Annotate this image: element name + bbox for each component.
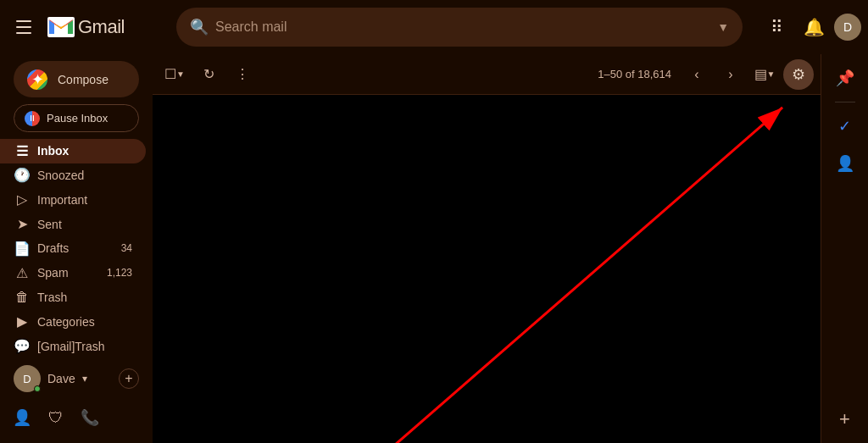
important-icon: ▷ <box>14 191 31 208</box>
tasks-button[interactable]: ✓ <box>828 109 862 143</box>
online-status-dot <box>34 385 41 392</box>
notifications-button[interactable]: 🔔 <box>797 10 831 44</box>
contacts-icon-btn[interactable]: 👤 <box>7 402 37 433</box>
toolbar-right: ‹ › ▤ ▼ ⚙ <box>682 59 814 90</box>
apps-icon: ⠿ <box>771 17 783 37</box>
sidebar-item-sent[interactable]: ➤ Sent <box>0 212 146 236</box>
drafts-icon: 📄 <box>14 241 31 257</box>
gmail-logo-icon <box>47 17 75 37</box>
sidebar-bottom-icons: 👤 🛡 📞 <box>0 399 153 436</box>
list-view-icon: ▤ <box>754 66 767 82</box>
topbar-right: ⠿ 🔔 D <box>760 10 861 44</box>
search-bar[interactable]: 🔍 ▼ <box>176 8 743 47</box>
email-toolbar: ☐ ▼ ↻ ⋮ 1–50 of 18,614 ‹ › ▤ ▼ <box>153 54 821 95</box>
user-expand-icon[interactable]: ▾ <box>82 373 87 385</box>
sidebar-item-trash[interactable]: 🗑 Trash <box>0 285 146 310</box>
pause-label: Pause Inbox <box>47 112 108 125</box>
spam-badge: 1,123 <box>107 267 132 279</box>
trash-icon: 🗑 <box>14 290 31 305</box>
search-icon: 🔍 <box>190 18 209 36</box>
select-all-button[interactable]: ☐ ▼ <box>159 59 190 90</box>
pause-inbox-button[interactable]: ⏸ Pause Inbox <box>14 104 139 132</box>
tasks-icon: ✓ <box>838 117 851 136</box>
more-icon: ⋮ <box>236 66 249 82</box>
more-options-button[interactable]: ⋮ <box>227 59 258 90</box>
plus-icon: + <box>839 408 850 430</box>
contacts-icon: 👤 <box>836 154 854 173</box>
sidebar-item-drafts[interactable]: 📄 Drafts 34 <box>0 236 146 261</box>
annotation-arrow <box>153 95 821 443</box>
gmail-logo: Gmail <box>47 16 125 38</box>
snoozed-label: Snoozed <box>37 169 132 182</box>
person-icon: 👤 <box>13 408 31 427</box>
hamburger-button[interactable] <box>7 10 41 44</box>
categories-label: Categories <box>37 315 132 329</box>
categories-expand-icon: ▶ <box>14 313 31 329</box>
sidebar: ✦ Compose ⏸ Pause Inbox ☰ Inbox 🕐 Snooze… <box>0 54 153 443</box>
gmail-logo-text: Gmail <box>78 16 125 38</box>
compose-plus-icon: ✦ <box>27 69 47 90</box>
user-name: Dave <box>47 372 75 385</box>
sidebar-item-gmail-trash[interactable]: 💬 [Gmail]Trash <box>0 334 146 358</box>
trash-label: Trash <box>37 291 132 304</box>
svg-line-2 <box>389 108 782 443</box>
support-icon-btn[interactable]: 🛡 <box>41 402 71 433</box>
sidebar-item-categories[interactable]: ▶ Categories <box>0 309 146 334</box>
topbar-left: Gmail <box>7 10 159 44</box>
sent-label: Sent <box>37 218 132 231</box>
refresh-button[interactable]: ↻ <box>193 59 224 90</box>
checkbox-icon: ☐ <box>164 66 176 82</box>
phone-icon: 📞 <box>81 408 99 427</box>
settings-button[interactable]: ⚙ <box>783 59 814 90</box>
hamburger-icon <box>16 20 31 34</box>
right-panel-divider <box>835 102 855 102</box>
drafts-badge: 34 <box>121 242 132 254</box>
keep-button[interactable]: 📌 <box>828 61 862 95</box>
important-label: Important <box>37 193 132 207</box>
gear-icon: ⚙ <box>792 65 805 84</box>
drafts-label: Drafts <box>37 241 114 255</box>
sidebar-item-inbox[interactable]: ☰ Inbox <box>0 139 146 163</box>
sidebar-item-important[interactable]: ▷ Important <box>0 187 146 212</box>
phone-icon-btn[interactable]: 📞 <box>75 402 105 433</box>
get-addons-button[interactable]: + <box>828 402 862 436</box>
gmail-trash-icon: 💬 <box>14 338 31 354</box>
apps-button[interactable]: ⠿ <box>760 10 793 44</box>
chevron-right-icon: › <box>728 67 732 82</box>
keep-icon: 📌 <box>836 69 854 87</box>
select-dropdown-icon: ▼ <box>176 69 185 79</box>
sidebar-footer: D Dave ▾ + <box>0 358 153 399</box>
topbar: Gmail 🔍 ▼ ⠿ 🔔 D <box>0 0 868 54</box>
pause-icon: ⏸ <box>25 111 40 126</box>
search-input[interactable] <box>215 19 710 35</box>
search-dropdown-icon[interactable]: ▼ <box>717 20 729 34</box>
sidebar-item-spam[interactable]: ⚠ Spam 1,123 <box>0 261 146 285</box>
email-area: ☐ ▼ ↻ ⋮ 1–50 of 18,614 ‹ › ▤ ▼ <box>153 54 821 443</box>
view-dropdown-icon: ▼ <box>767 69 776 79</box>
sidebar-item-snoozed[interactable]: 🕐 Snoozed <box>0 163 146 188</box>
compose-label: Compose <box>58 73 108 86</box>
inbox-icon: ☰ <box>14 143 31 159</box>
view-toggle-button[interactable]: ▤ ▼ <box>749 59 780 90</box>
sent-icon: ➤ <box>14 216 31 232</box>
main-layout: ✦ Compose ⏸ Pause Inbox ☰ Inbox 🕐 Snooze… <box>0 54 868 443</box>
gmail-trash-label: [Gmail]Trash <box>37 340 132 353</box>
email-list <box>153 95 821 443</box>
add-account-button[interactable]: + <box>119 368 139 389</box>
user-initial: D <box>23 373 31 385</box>
shield-icon: 🛡 <box>48 409 64 427</box>
contacts-button[interactable]: 👤 <box>828 147 862 180</box>
snoozed-icon: 🕐 <box>14 167 31 183</box>
bell-icon: 🔔 <box>804 17 825 37</box>
next-page-button[interactable]: › <box>715 59 746 90</box>
account-avatar[interactable]: D <box>834 14 861 41</box>
inbox-label: Inbox <box>37 144 132 158</box>
user-avatar[interactable]: D <box>14 365 41 392</box>
spam-label: Spam <box>37 266 100 280</box>
pagination-text: 1–50 of 18,614 <box>591 68 678 80</box>
refresh-icon: ↻ <box>203 66 214 82</box>
compose-button[interactable]: ✦ Compose <box>14 61 139 97</box>
spam-icon: ⚠ <box>14 265 31 281</box>
chevron-left-icon: ‹ <box>694 67 698 82</box>
prev-page-button[interactable]: ‹ <box>682 59 712 90</box>
